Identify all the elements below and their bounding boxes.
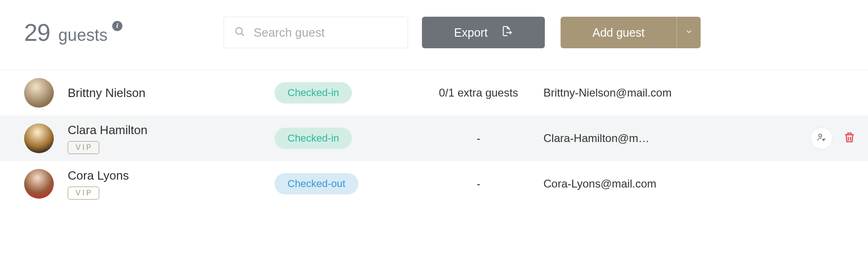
status-badge: Checked-in — [274, 82, 352, 104]
guest-name-block: Cora Lyons VIP — [68, 168, 129, 200]
guest-identity-cell: Cora Lyons VIP — [24, 168, 274, 200]
svg-line-1 — [242, 33, 244, 36]
extra-guests-cell: - — [414, 132, 543, 145]
row-actions — [786, 127, 856, 149]
status-badge: Checked-in — [274, 128, 352, 149]
add-guest-split-button: Add guest — [561, 17, 701, 48]
guest-name: Brittny Nielson — [68, 86, 146, 100]
avatar[interactable] — [24, 78, 54, 108]
extra-guests-cell: 0/1 extra guests — [414, 86, 543, 99]
guest-row[interactable]: Cora Lyons VIP Checked-out - Cora-Lyons@… — [0, 161, 868, 207]
edit-guest-button[interactable] — [811, 127, 833, 149]
export-button[interactable]: Export — [422, 17, 545, 48]
guest-email: Brittny-Nielson@mail.com — [543, 86, 786, 99]
edit-user-icon — [816, 132, 827, 145]
trash-icon — [843, 131, 856, 146]
chevron-down-icon — [685, 27, 693, 38]
guest-name: Clara Hamilton — [68, 123, 147, 137]
guest-email: Clara-Hamilton@m… — [543, 132, 786, 145]
guest-row[interactable]: Brittny Nielson Checked-in 0/1 extra gue… — [0, 70, 868, 116]
status-cell: Checked-in — [274, 82, 414, 104]
export-icon — [501, 25, 513, 40]
vip-badge: VIP — [68, 187, 99, 200]
guest-row[interactable]: Clara Hamilton VIP Checked-in - Clara-Ha… — [0, 116, 868, 161]
status-badge: Checked-out — [274, 173, 358, 194]
search-guest-field[interactable] — [223, 17, 408, 48]
guest-email: Cora-Lyons@mail.com — [543, 177, 786, 190]
avatar[interactable] — [24, 169, 54, 199]
extra-guests-cell: - — [414, 177, 543, 190]
guest-name-block: Clara Hamilton VIP — [68, 123, 147, 154]
export-button-label: Export — [454, 26, 487, 39]
guest-identity-cell: Brittny Nielson — [24, 78, 274, 108]
guest-name: Cora Lyons — [68, 168, 129, 183]
search-icon — [234, 26, 245, 39]
guest-identity-cell: Clara Hamilton VIP — [24, 123, 274, 154]
vip-badge: VIP — [68, 141, 99, 154]
guest-count: 29 — [24, 19, 50, 46]
guest-name-block: Brittny Nielson — [68, 86, 146, 100]
guest-list: Brittny Nielson Checked-in 0/1 extra gue… — [0, 70, 868, 207]
add-guest-label: Add guest — [593, 26, 645, 39]
add-guest-dropdown-toggle[interactable] — [677, 17, 701, 48]
guest-count-label: guests — [58, 26, 108, 45]
search-input[interactable] — [254, 26, 397, 40]
info-icon[interactable]: i — [112, 21, 122, 31]
guest-count-block: 29 guests i — [24, 19, 223, 46]
status-cell: Checked-in — [274, 128, 414, 149]
delete-guest-button[interactable] — [843, 131, 856, 146]
svg-point-0 — [236, 28, 243, 34]
header-bar: 29 guests i Export — [0, 0, 868, 70]
add-guest-button[interactable]: Add guest — [561, 17, 677, 48]
svg-point-5 — [819, 134, 822, 137]
status-cell: Checked-out — [274, 173, 414, 194]
avatar[interactable] — [24, 123, 54, 153]
